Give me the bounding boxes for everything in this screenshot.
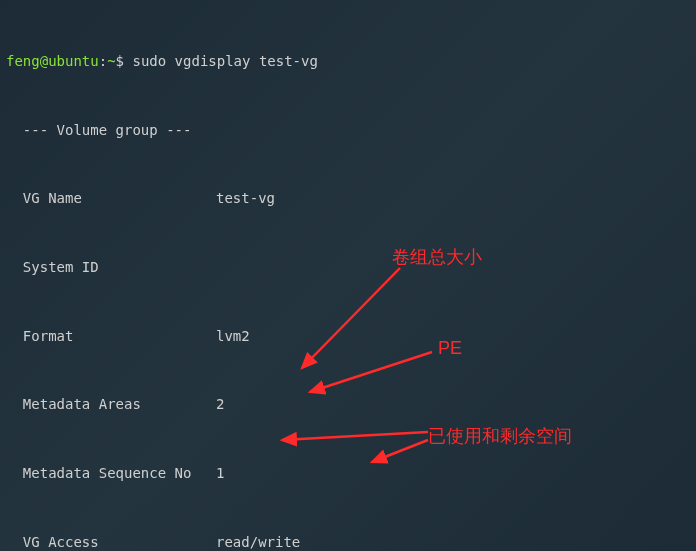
field-value: 2 bbox=[216, 393, 224, 416]
field-row-2: Formatlvm2 bbox=[6, 325, 690, 348]
output-header: --- Volume group --- bbox=[6, 119, 690, 142]
command-text: sudo vgdisplay test-vg bbox=[132, 53, 317, 69]
field-value: read/write bbox=[216, 531, 300, 551]
prompt-line[interactable]: feng@ubuntu:~$ sudo vgdisplay test-vg bbox=[6, 50, 690, 73]
field-label: Metadata Sequence No bbox=[6, 462, 216, 485]
field-row-5: VG Accessread/write bbox=[6, 531, 690, 551]
field-label: VG Name bbox=[6, 187, 216, 210]
field-value: 1 bbox=[216, 462, 224, 485]
field-row-1: System ID bbox=[6, 256, 690, 279]
field-label: VG Access bbox=[6, 531, 216, 551]
field-row-4: Metadata Sequence No1 bbox=[6, 462, 690, 485]
field-value: test-vg bbox=[216, 187, 275, 210]
field-label: Metadata Areas bbox=[6, 393, 216, 416]
prompt-symbol: $ bbox=[116, 53, 124, 69]
prompt-user: feng@ubuntu bbox=[6, 53, 99, 69]
prompt-separator: : bbox=[99, 53, 107, 69]
terminal-output: feng@ubuntu:~$ sudo vgdisplay test-vg --… bbox=[0, 0, 696, 551]
field-row-3: Metadata Areas2 bbox=[6, 393, 690, 416]
field-label: System ID bbox=[6, 256, 216, 279]
prompt-path: ~ bbox=[107, 53, 115, 69]
field-row-0: VG Nametest-vg bbox=[6, 187, 690, 210]
field-value: lvm2 bbox=[216, 325, 250, 348]
field-label: Format bbox=[6, 325, 216, 348]
